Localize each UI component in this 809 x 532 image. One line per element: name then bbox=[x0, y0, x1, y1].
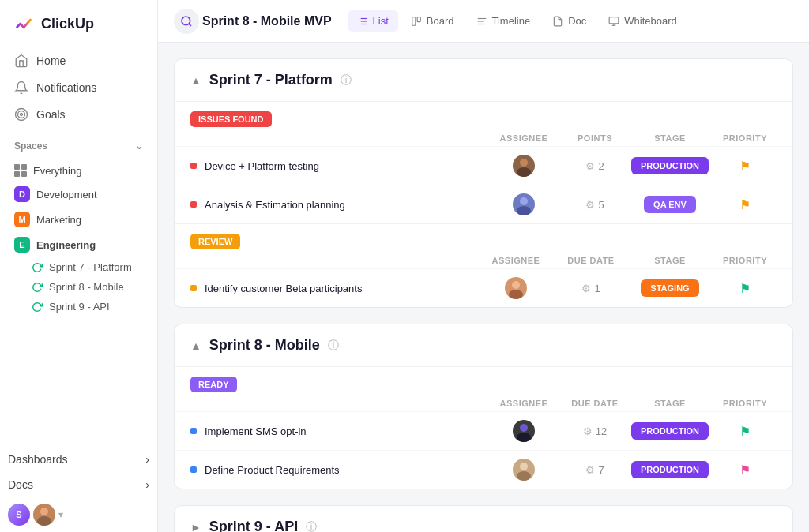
user-avatar-s: S bbox=[8, 504, 30, 526]
sprint-card-8: ▲ Sprint 8 - Mobile ⓘ READY ASSIGNEE DUE… bbox=[174, 324, 793, 489]
dashboards-label: Dashboards bbox=[8, 453, 68, 466]
chevron-down-icon-7: ▲ bbox=[190, 74, 201, 87]
svg-point-0 bbox=[13, 13, 35, 35]
sprint9-header[interactable]: ► Sprint 9 - API ⓘ bbox=[175, 506, 792, 532]
stage-2: QA ENV bbox=[627, 196, 713, 213]
tab-whiteboard-label: Whiteboard bbox=[624, 15, 676, 27]
sprint-card-9: ► Sprint 9 - API ⓘ bbox=[174, 505, 793, 532]
review-table-header: ASSIGNEE DUE DATE STAGE PRIORITY bbox=[175, 249, 792, 268]
table-row[interactable]: Implement SMS opt-in ⚙ 12 P bbox=[175, 411, 792, 450]
issues-table-header: ASSIGNEE POINTS STAGE PRIORITY bbox=[175, 127, 792, 146]
assignee-avatar-2 bbox=[513, 193, 535, 215]
sidebar-item-sprint9[interactable]: Sprint 9 - API bbox=[6, 297, 151, 317]
chevron-down-icon-8: ▲ bbox=[190, 339, 201, 352]
sidebar-footer: Dashboards › Docs › S ▾ bbox=[0, 447, 157, 532]
stage-5: PRODUCTION bbox=[627, 461, 713, 478]
spaces-toggle[interactable]: ⌄ bbox=[135, 140, 143, 152]
tab-timeline-label: Timeline bbox=[492, 15, 531, 27]
logo[interactable]: ClickUp bbox=[0, 0, 157, 44]
sprint7-header[interactable]: ▲ Sprint 7 - Platform ⓘ bbox=[175, 59, 792, 101]
assignee-avatar-4 bbox=[513, 420, 535, 442]
tab-timeline[interactable]: Timeline bbox=[467, 10, 540, 32]
col-duedate-rd: DUE DATE bbox=[563, 399, 627, 408]
tab-doc[interactable]: Doc bbox=[543, 10, 596, 32]
tab-list-label: List bbox=[373, 15, 389, 27]
sprint8-label: Sprint 8 - Mobile bbox=[49, 281, 124, 293]
assignee-4 bbox=[484, 420, 563, 442]
svg-point-28 bbox=[517, 206, 531, 215]
sidebar-item-sprint7[interactable]: Sprint 7 - Platform bbox=[6, 257, 151, 277]
sidebar-item-development[interactable]: D Development bbox=[6, 182, 151, 207]
engineering-dot: E bbox=[14, 237, 30, 253]
sidebar-item-home[interactable]: Home bbox=[6, 47, 151, 74]
svg-point-24 bbox=[520, 159, 528, 167]
bell-icon bbox=[14, 81, 28, 95]
svg-point-5 bbox=[40, 508, 48, 515]
sidebar-item-sprint8[interactable]: Sprint 8 - Mobile bbox=[6, 277, 151, 297]
col-stage-1: STAGE bbox=[627, 133, 713, 143]
assignee-avatar-5 bbox=[513, 459, 535, 481]
sidebar-item-marketing[interactable]: M Marketing bbox=[6, 207, 151, 232]
task-name-1: Device + Platform testing bbox=[190, 160, 484, 172]
col-stage-r: STAGE bbox=[627, 256, 713, 265]
search-icon-circle[interactable] bbox=[174, 9, 199, 34]
development-dot: D bbox=[14, 186, 30, 202]
stage-4: PRODUCTION bbox=[627, 422, 713, 440]
review-badge: REVIEW bbox=[190, 234, 240, 249]
whiteboard-icon bbox=[608, 16, 619, 27]
col-assignee-rd: ASSIGNEE bbox=[484, 399, 563, 408]
tab-whiteboard[interactable]: Whiteboard bbox=[599, 10, 686, 32]
table-row[interactable]: Analysis & Estimation planning ⚙ 5 bbox=[175, 185, 792, 223]
chevron-right-icon2: › bbox=[145, 478, 149, 491]
sidebar-item-engineering[interactable]: E Engineering bbox=[6, 232, 151, 257]
sidebar-item-notifications[interactable]: Notifications bbox=[6, 74, 151, 101]
assignee-avatar-1 bbox=[513, 155, 535, 177]
list-icon bbox=[357, 16, 368, 27]
avatar-dropdown-icon[interactable]: ▾ bbox=[58, 509, 63, 520]
col-priority-1: PRIORITY bbox=[713, 133, 777, 143]
main-nav: Home Notifications Goals bbox=[0, 44, 157, 131]
notifications-label: Notifications bbox=[36, 81, 96, 94]
table-row[interactable]: Device + Platform testing ⚙ 2 bbox=[175, 146, 792, 185]
docs-item[interactable]: Docs › bbox=[0, 472, 157, 497]
content-area: ▲ Sprint 7 - Platform ⓘ ISSUES FOUND ASS… bbox=[158, 43, 809, 532]
task-dot-1 bbox=[190, 163, 197, 169]
tab-board-label: Board bbox=[427, 15, 454, 27]
table-row[interactable]: Define Product Requirements ⚙ 7 bbox=[175, 450, 792, 489]
col-priority-r: PRIORITY bbox=[713, 256, 777, 265]
sprint9-label: Sprint 9 - API bbox=[49, 301, 110, 313]
col-duedate-r: DUE DATE bbox=[555, 256, 627, 265]
svg-point-1 bbox=[16, 109, 28, 121]
tab-board[interactable]: Board bbox=[401, 10, 464, 32]
app-name: ClickUp bbox=[41, 16, 94, 32]
spaces-label: Spaces bbox=[14, 140, 47, 152]
points-5: ⚙ 7 bbox=[563, 464, 627, 476]
chevron-right-icon-9: ► bbox=[190, 521, 201, 533]
task-name-3: Identify customer Beta participants bbox=[190, 283, 476, 294]
sidebar-item-everything[interactable]: Everything bbox=[6, 159, 151, 182]
svg-point-7 bbox=[182, 17, 190, 25]
sprint8-header[interactable]: ▲ Sprint 8 - Mobile ⓘ bbox=[175, 324, 792, 366]
priority-5: ⚑ bbox=[713, 463, 777, 478]
table-row[interactable]: Identify customer Beta participants ⚙ 1 bbox=[175, 268, 792, 307]
svg-line-8 bbox=[189, 24, 191, 26]
priority-1: ⚑ bbox=[713, 159, 777, 174]
sprint7-label: Sprint 7 - Platform bbox=[49, 261, 132, 273]
ready-badge: READY bbox=[190, 377, 237, 392]
task-dot-5 bbox=[190, 466, 197, 473]
ready-table-header: ASSIGNEE DUE DATE STAGE PRIORITY bbox=[175, 392, 792, 411]
tab-list[interactable]: List bbox=[348, 10, 398, 32]
col-assignee-r: ASSIGNEE bbox=[476, 256, 555, 265]
priority-2: ⚑ bbox=[713, 197, 777, 212]
svg-point-2 bbox=[18, 111, 25, 118]
group-issues: ISSUES FOUND ASSIGNEE POINTS STAGE PRIOR… bbox=[175, 101, 792, 223]
sprint9-icon bbox=[32, 302, 43, 313]
grid-icon bbox=[14, 164, 27, 177]
col-priority-rd: PRIORITY bbox=[713, 399, 777, 408]
sidebar-item-goals[interactable]: Goals bbox=[6, 101, 151, 128]
dashboards-item[interactable]: Dashboards › bbox=[0, 447, 157, 472]
points-4: ⚙ 12 bbox=[563, 425, 627, 437]
user-avatars[interactable]: S ▾ bbox=[0, 497, 157, 532]
page-title: Sprint 8 - Mobile MVP bbox=[202, 14, 332, 28]
points-3: ⚙ 1 bbox=[555, 283, 627, 294]
